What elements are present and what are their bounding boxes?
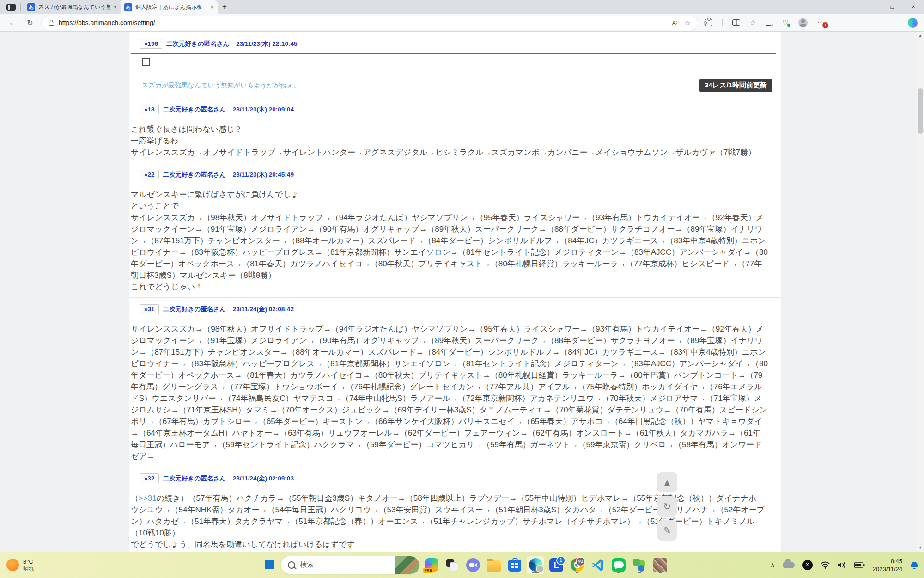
running-indicator [638, 572, 641, 573]
copilot-icon[interactable] [908, 18, 918, 28]
tab2-favicon-icon: あ [124, 3, 132, 11]
browser-essentials-icon[interactable]: ♡ [782, 18, 788, 27]
search-icon [288, 561, 295, 569]
anchor-reply-link[interactable]: >>31 [139, 494, 157, 503]
favorites-icon[interactable]: ☆ [750, 18, 756, 27]
post-body: （>>31の続き）（57年有馬）ハクチカラ→（55年朝日盃3歳S）キタノオー→（… [131, 492, 776, 552]
task-view-icon[interactable] [444, 556, 461, 574]
vscode-icon[interactable] [589, 556, 607, 574]
x-app-icon[interactable]: ✕ [802, 560, 813, 570]
toolbar-icons: ☆ ♡ ⋯! [705, 18, 824, 27]
line-icon[interactable] [610, 556, 627, 574]
volume-icon[interactable] [838, 561, 846, 569]
file-explorer-icon[interactable] [485, 556, 503, 574]
scrollbar-down-icon[interactable]: ▼ [917, 544, 924, 552]
post-author: 二次元好きの匿名さん [163, 105, 226, 114]
copilot-taskbar-icon[interactable]: PRE [423, 556, 440, 574]
chrome-profile-badge: YU [576, 557, 585, 566]
windows-logo-icon [265, 560, 274, 569]
post-number-link[interactable]: »22 [140, 170, 159, 179]
post-22: »22 二次元好きの匿名さん 23/11/23(木) 20:45:49 マルゼン… [129, 163, 781, 297]
post-header: »18 二次元好きの匿名さん 23/11/23(木) 20:09:04 [131, 105, 776, 119]
tab1-title: スズカが最強馬なんていう無知がいる [38, 3, 110, 11]
extensions-icon[interactable] [705, 19, 712, 26]
edge-taskbar-icon[interactable] [527, 556, 544, 574]
floating-buttons: ▲ ↻ ✎ [657, 472, 677, 541]
tray-chevron-icon[interactable]: ∧ [770, 561, 775, 568]
taskbar: 8°C 晴れ 検索 PRE [0, 552, 924, 578]
collections-icon[interactable] [766, 20, 772, 26]
start-button[interactable] [260, 556, 278, 574]
post-196: »196 二次元好きの匿名さん 23/11/23(木) 22:10:45 スズカ… [129, 32, 781, 98]
scroll-top-button[interactable]: ▲ [657, 472, 677, 492]
body-text: （ [131, 494, 139, 503]
l-app-logo-icon: L1 [549, 558, 563, 572]
onedrive-icon[interactable] [783, 562, 795, 568]
screen: あ スズカが最強馬なんていう無知がいる × あ 個人設定｜あにまん掲示板 × +… [0, 0, 924, 578]
post-18: »18 二次元好きの匿名さん 23/11/23(木) 20:09:04 これ繋ぐ… [129, 98, 781, 163]
scrollbar-thumb[interactable] [918, 88, 923, 134]
post-32: »32 二次元好きの匿名さん 23/11/24(金) 02:09:03 （>>3… [129, 467, 781, 552]
new-tab-button[interactable]: + [222, 2, 227, 12]
tab-actions-icon[interactable] [6, 4, 16, 11]
write-post-button[interactable]: ✎ [657, 520, 677, 541]
update-alert-badge: ! [822, 22, 828, 28]
green-blue-app-icon[interactable] [631, 556, 648, 574]
refresh-icon[interactable]: ↻ [25, 18, 35, 27]
chat-icon[interactable] [464, 556, 482, 574]
post-number-link[interactable]: »196 [140, 39, 162, 49]
post-number-link[interactable]: »18 [140, 105, 159, 114]
post-author: 二次元好きの匿名さん [163, 305, 226, 314]
wifi-icon[interactable] [821, 561, 830, 569]
copilot-logo-icon: PRE [425, 558, 438, 572]
vscode-logo-icon [591, 559, 604, 572]
post-body: マルゼンスキーに繋げばさすがに負けんでしょ ということで サイレンススズカ→（9… [131, 189, 776, 293]
add-favorite-icon[interactable]: ☆ [685, 19, 690, 26]
microsoft-store-icon[interactable] [506, 556, 523, 574]
maximize-button[interactable]: □ [881, 0, 903, 14]
address-bar[interactable]: https://bbs.animanch.com/setting/ A⁾ ☆ [42, 16, 698, 30]
profile-avatar[interactable] [798, 18, 808, 27]
taskbar-search[interactable]: 検索 [281, 556, 419, 574]
post-timestamp: 23/11/23(木) 20:09:04 [233, 105, 294, 114]
tab-2-active[interactable]: あ 個人設定｜あにまん掲示板 × [121, 0, 218, 14]
tab1-close-icon[interactable]: × [113, 4, 117, 11]
chrome-icon[interactable]: YU [568, 556, 586, 574]
image-placeholder-icon [142, 58, 150, 66]
battery-icon[interactable] [854, 562, 865, 568]
pre-badge: PRE [423, 568, 433, 573]
running-indicator [659, 572, 662, 573]
tab-divider [20, 3, 21, 11]
browser-toolbar: ← ↻ https://bbs.animanch.com/setting/ A⁾… [0, 14, 924, 32]
minimize-button[interactable]: – [860, 0, 881, 14]
tab-1[interactable]: あ スズカが最強馬なんていう無知がいる × [24, 0, 121, 14]
running-indicator [576, 572, 578, 573]
scrollbar-up-icon[interactable]: ▲ [917, 32, 924, 39]
tab1-favicon-icon: あ [27, 3, 35, 11]
thread-content: »196 二次元好きの匿名さん 23/11/23(木) 22:10:45 スズカ… [129, 32, 781, 552]
settings-more-icon[interactable]: ⋯! [817, 18, 824, 27]
running-indicator [617, 572, 620, 573]
post-header: »32 二次元好きの匿名さん 23/11/24(金) 02:09:03 [131, 473, 776, 488]
reload-thread-button[interactable]: ↻ [657, 496, 677, 517]
search-placeholder: 検索 [300, 560, 395, 569]
post-body: これ繋ぐ長さは問わない感じ？ 一応挙げるわ サイレンススズカ→オフサイドトラップ… [131, 123, 776, 158]
post-number-link[interactable]: »31 [140, 304, 159, 314]
page-scrollbar[interactable]: ▲ ▼ [917, 32, 924, 552]
l-app-icon[interactable]: L1 [547, 556, 565, 574]
clock[interactable]: 8:45 2023/11/24 [873, 557, 902, 573]
post-number-link[interactable]: »32 [140, 473, 159, 483]
notifications-bell-icon[interactable] [910, 561, 918, 569]
post-author: 二次元好きの匿名さん [163, 474, 226, 483]
close-window-button[interactable]: × [903, 0, 924, 14]
back-icon[interactable]: ← [7, 18, 18, 27]
split-screen-icon[interactable] [732, 19, 740, 26]
line-logo-icon [612, 558, 626, 572]
pattern-app-icon[interactable] [651, 556, 669, 574]
url-text[interactable]: https://bbs.animanch.com/setting/ [59, 19, 672, 26]
post-31: »31 二次元好きの匿名さん 23/11/24(金) 02:08:42 サイレン… [129, 297, 781, 467]
read-aloud-icon[interactable]: A⁾ [672, 19, 677, 26]
weather-widget[interactable]: 8°C 晴れ [6, 558, 34, 572]
thread-title-link[interactable]: スズカが最強馬なんていう無知がいるようだがねぇ。 [142, 81, 300, 90]
tab2-close-icon[interactable]: × [210, 4, 214, 11]
